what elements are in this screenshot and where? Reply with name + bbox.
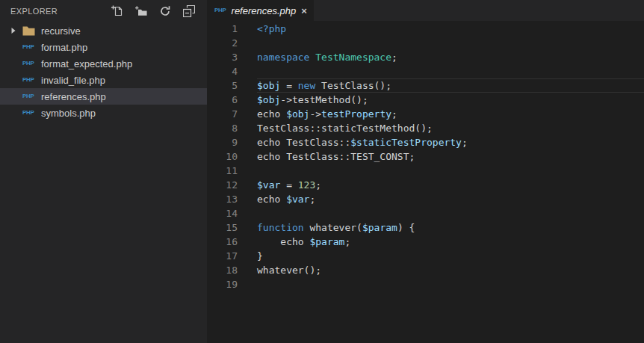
line-content: function whatever($param) { [257,220,644,235]
line-content [257,206,644,220]
line-number: 3 [207,50,238,64]
line-number: 9 [207,135,238,149]
collapse-all-icon[interactable] [183,5,195,17]
code-line-15: 15function whatever($param) { [207,220,644,235]
line-content: $var = 123; [257,178,644,192]
code-line-12: 12$var = 123; [207,178,644,192]
line-number: 6 [207,93,238,107]
line-number: 18 [207,263,238,277]
sidebar-item-invalid-file-php[interactable]: PHPinvalid_file.php [0,72,207,88]
line-number: 14 [207,206,238,220]
line-content: namespace TestNamespace; [257,50,644,64]
line-number: 1 [207,22,238,36]
line-content: } [257,249,644,263]
line-content: $obj->testMethod(); [257,93,644,107]
php-file-icon: PHP [214,7,226,13]
sidebar-item-references-php[interactable]: PHPreferences.php [0,88,207,105]
file-name: symbols.php [41,108,96,119]
line-number: 15 [207,220,238,235]
line-content [257,36,644,50]
code-line-5: 5$obj = new TestClass(); [207,78,644,93]
new-folder-icon[interactable] [135,5,147,17]
editor-area: PHP references.php × 1<?php23namespace T… [207,0,644,343]
php-file-icon: PHP [22,93,39,99]
php-file-icon: PHP [22,44,39,50]
file-name: format.php [41,42,87,53]
code-line-11: 11 [207,164,644,178]
line-content: echo TestClass::$staticTestProperty; [257,135,644,149]
code-line-18: 18whatever(); [207,263,644,277]
line-content: $obj = new TestClass(); [257,78,644,93]
chevron-right-icon[interactable] [10,27,22,34]
sidebar-item-symbols-php[interactable]: PHPsymbols.php [0,105,207,121]
line-content: echo $param; [257,235,644,249]
refresh-icon[interactable] [159,5,171,17]
php-file-icon: PHP [22,77,39,83]
line-number: 13 [207,192,238,206]
line-content: echo $obj->testProperty; [257,107,644,121]
folder-icon [22,26,39,36]
tab-bar: PHP references.php × [207,0,644,21]
file-name: invalid_file.php [41,75,105,86]
close-icon[interactable]: × [301,6,307,16]
line-number: 8 [207,121,238,135]
line-content: TestClass::staticTestMethod(); [257,121,644,135]
explorer-sidebar: EXPLORER [0,0,207,343]
sidebar-item-format-php[interactable]: PHPformat.php [0,39,207,55]
line-content: echo $var; [257,192,644,206]
code-line-10: 10echo TestClass::TEST_CONST; [207,149,644,164]
code-line-7: 7echo $obj->testProperty; [207,107,644,121]
vscode-window: EXPLORER [0,0,644,343]
explorer-title: EXPLORER [10,7,58,16]
line-content: <?php [257,22,644,36]
line-number: 4 [207,64,238,78]
line-number: 19 [207,277,238,291]
new-file-icon[interactable] [111,5,123,17]
sidebar-item-recursive[interactable]: recursive [0,22,207,39]
line-content [257,164,644,178]
line-number: 17 [207,249,238,263]
line-content: whatever(); [257,263,644,277]
line-number: 2 [207,36,238,50]
code-line-1: 1<?php [207,22,644,36]
code-line-14: 14 [207,206,644,220]
line-number: 7 [207,107,238,121]
line-content [257,277,644,291]
line-number: 12 [207,178,238,192]
code-line-3: 3namespace TestNamespace; [207,50,644,64]
line-number: 16 [207,235,238,249]
php-file-icon: PHP [22,110,39,116]
line-content [257,64,644,78]
file-name: format_expected.php [41,58,132,69]
code-editor[interactable]: 1<?php23namespace TestNamespace;45$obj =… [207,21,644,343]
php-file-icon: PHP [22,61,39,67]
code-line-16: 16 echo $param; [207,235,644,249]
tab-label: references.php [232,5,297,16]
file-name: recursive [41,25,81,37]
file-name: references.php [41,91,106,102]
code-line-13: 13echo $var; [207,192,644,206]
code-line-2: 2 [207,36,644,50]
file-tree: recursivePHPformat.phpPHPformat_expected… [0,22,207,343]
code-line-8: 8TestClass::staticTestMethod(); [207,121,644,135]
tab-references-php[interactable]: PHP references.php × [207,0,314,21]
code-line-6: 6$obj->testMethod(); [207,93,644,107]
explorer-actions [111,5,207,17]
code-line-19: 19 [207,277,644,291]
code-line-17: 17} [207,249,644,263]
line-content: echo TestClass::TEST_CONST; [257,149,644,164]
line-number: 5 [207,78,238,93]
line-number: 10 [207,149,238,164]
sidebar-item-format-expected-php[interactable]: PHPformat_expected.php [0,55,207,72]
explorer-header: EXPLORER [0,0,207,22]
line-number: 11 [207,164,238,178]
code-line-9: 9echo TestClass::$staticTestProperty; [207,135,644,149]
code-line-4: 4 [207,64,644,78]
